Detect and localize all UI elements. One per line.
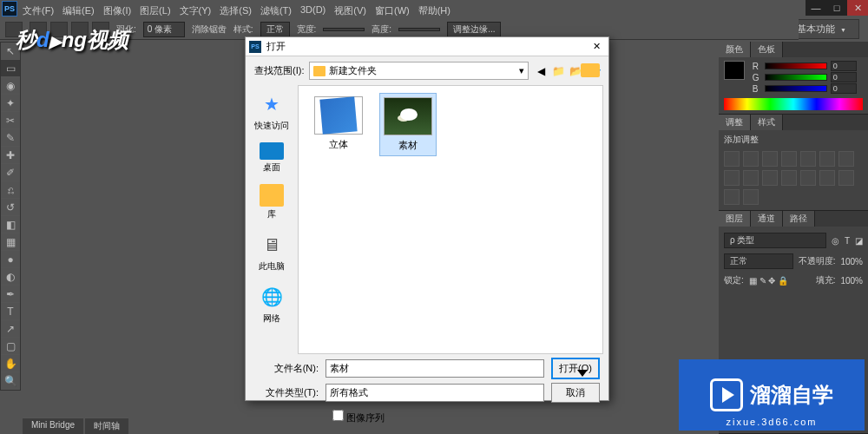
r-value[interactable]: 0 <box>831 61 857 71</box>
menu-layer[interactable]: 图层(L) <box>136 3 174 19</box>
adj-balance-icon[interactable] <box>838 151 854 167</box>
pen-tool[interactable]: ✒ <box>1 286 20 303</box>
menu-select[interactable]: 选择(S) <box>216 3 255 19</box>
place-desktop[interactable]: 桌面 <box>249 142 294 174</box>
adj-vibrance-icon[interactable] <box>800 151 816 167</box>
up-button[interactable]: 📁 <box>551 64 565 78</box>
tab-timeline[interactable]: 时间轴 <box>85 418 128 434</box>
g-value[interactable]: 0 <box>831 72 857 82</box>
foreground-color-swatch[interactable] <box>724 61 745 80</box>
eyedropper-tool[interactable]: ✎ <box>1 129 20 147</box>
open-button[interactable]: 打开(O) <box>551 358 600 379</box>
adj-lookup-icon[interactable] <box>781 170 797 186</box>
minimize-button[interactable]: — <box>806 0 826 16</box>
adj-photo-icon[interactable] <box>743 170 759 186</box>
zoom-tool[interactable]: 🔍 <box>1 372 20 390</box>
file-item-cube[interactable]: 立体 <box>311 93 366 155</box>
adj-exposure-icon[interactable] <box>781 151 797 167</box>
menu-help[interactable]: 帮助(H) <box>415 3 454 19</box>
tab-layers[interactable]: 图层 <box>719 211 751 227</box>
adj-levels-icon[interactable] <box>743 151 759 167</box>
filetype-select[interactable]: 所有格式 <box>326 384 544 402</box>
tab-mini-bridge[interactable]: Mini Bridge <box>23 418 83 434</box>
tab-color[interactable]: 颜色 <box>719 42 751 57</box>
fill-value[interactable]: 100% <box>840 276 863 286</box>
opacity-value[interactable]: 100% <box>840 257 863 266</box>
adj-thresh-icon[interactable] <box>838 170 854 186</box>
adj-mixer-icon[interactable] <box>762 170 778 186</box>
place-network[interactable]: 🌐 网络 <box>249 283 294 325</box>
cancel-button[interactable]: 取消 <box>551 383 600 403</box>
menu-file[interactable]: 文件(F) <box>19 3 57 19</box>
shape-tool[interactable]: ▢ <box>1 338 20 355</box>
filter-icon3[interactable]: ◪ <box>855 236 863 246</box>
heal-tool[interactable]: ✚ <box>1 147 20 164</box>
dialog-close-button[interactable]: ✕ <box>588 41 605 52</box>
adj-curves-icon[interactable] <box>762 151 778 167</box>
file-list-area[interactable]: 立体 素材 <box>298 85 603 354</box>
dodge-tool[interactable]: ◐ <box>1 268 20 286</box>
b-slider[interactable] <box>765 85 827 92</box>
blur-tool[interactable]: ● <box>1 251 20 268</box>
r-slider[interactable] <box>765 62 827 69</box>
tab-paths[interactable]: 路径 <box>783 211 815 227</box>
menu-image[interactable]: 图像(I) <box>100 3 135 19</box>
menu-view[interactable]: 视图(V) <box>331 3 370 19</box>
tab-adjustments[interactable]: 调整 <box>719 115 751 130</box>
color-spectrum[interactable] <box>724 98 863 110</box>
tab-swatches[interactable]: 色板 <box>751 42 783 57</box>
adj-brightness-icon[interactable] <box>724 151 740 167</box>
height-input[interactable] <box>398 28 440 31</box>
layer-kind-filter[interactable]: ρ 类型 <box>724 233 826 248</box>
place-libraries[interactable]: 库 <box>249 184 294 220</box>
width-input[interactable] <box>323 28 365 31</box>
lock-icons[interactable]: ▦ ✎ ✥ 🔒 <box>749 276 788 286</box>
blend-mode-select[interactable]: 正常 <box>724 253 793 269</box>
filename-input[interactable]: 素材 <box>326 359 544 378</box>
crop-tool[interactable]: ✂ <box>1 112 20 129</box>
tab-styles[interactable]: 样式 <box>751 115 783 130</box>
file-item-material[interactable]: 素材 <box>379 93 437 156</box>
marquee-tool[interactable]: ▭ <box>1 60 20 77</box>
gradient-tool[interactable]: ▦ <box>1 233 20 251</box>
refine-edge-button[interactable]: 调整边缘... <box>447 22 501 37</box>
menu-type[interactable]: 文字(Y) <box>176 3 215 19</box>
feather-input[interactable]: 0 像素 <box>143 22 185 37</box>
menu-filter[interactable]: 滤镜(T) <box>257 3 295 19</box>
tab-channels[interactable]: 通道 <box>751 211 783 227</box>
adj-invert-icon[interactable] <box>800 170 816 186</box>
filter-icon2[interactable]: T <box>845 236 850 246</box>
hand-tool[interactable]: ✋ <box>1 355 20 372</box>
dialog-title-text: 打开 <box>266 40 286 53</box>
filter-icon[interactable]: ◎ <box>832 236 839 246</box>
opacity-label: 不透明度: <box>799 255 836 267</box>
adj-poster-icon[interactable] <box>819 170 835 186</box>
lookin-dropdown[interactable]: 新建文件夹 ▾ <box>309 62 529 80</box>
style-select[interactable]: 正常 <box>260 22 290 37</box>
place-quick-access[interactable]: ★ 快速访问 <box>249 90 294 132</box>
eraser-tool[interactable]: ◧ <box>1 216 20 233</box>
place-this-pc[interactable]: 🖥 此电脑 <box>249 231 294 273</box>
wand-tool[interactable]: ✦ <box>1 95 20 112</box>
back-button[interactable]: ◀ <box>534 64 548 78</box>
adj-hue-icon[interactable] <box>819 151 835 167</box>
b-value[interactable]: 0 <box>831 83 857 94</box>
adj-bw-icon[interactable] <box>724 170 740 186</box>
menu-3d[interactable]: 3D(D) <box>297 3 329 19</box>
menu-window[interactable]: 窗口(W) <box>372 3 413 19</box>
path-tool[interactable]: ↗ <box>1 320 20 338</box>
image-sequence-checkbox[interactable] <box>332 410 344 421</box>
maximize-button[interactable]: □ <box>826 0 847 16</box>
brush-tool[interactable]: ✐ <box>1 164 20 181</box>
stamp-tool[interactable]: ⎌ <box>1 181 20 199</box>
adj-gradmap-icon[interactable] <box>724 189 740 205</box>
type-tool[interactable]: T <box>1 303 20 320</box>
close-button[interactable]: ✕ <box>847 0 868 16</box>
g-slider[interactable] <box>765 74 827 81</box>
fill-label: 填充: <box>816 274 836 286</box>
menu-edit[interactable]: 编辑(E) <box>59 3 98 19</box>
history-tool[interactable]: ↺ <box>1 199 20 216</box>
adj-selcolor-icon[interactable] <box>743 189 759 205</box>
lasso-tool[interactable]: ◉ <box>1 77 20 95</box>
filetype-label: 文件类型(T): <box>254 386 319 399</box>
